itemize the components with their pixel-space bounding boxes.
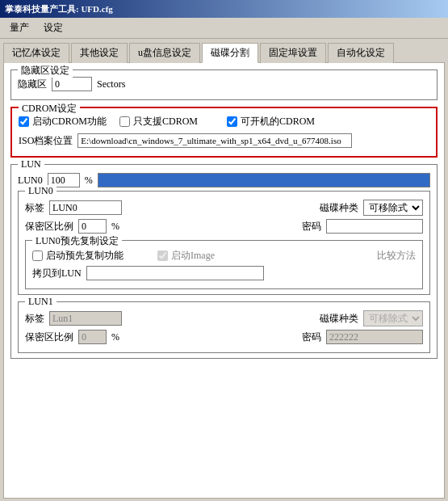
lun0-progress-bar <box>98 173 430 187</box>
cdrom-checkboxes-row: 启动CDROM功能 只支援CDROM 可开机的CDROM <box>19 115 429 128</box>
cdrom-enable-checkbox[interactable] <box>19 116 29 127</box>
cdrom-bootable-text: 可开机的CDROM <box>241 115 315 128</box>
lun0-tag-row: 标签 磁碟种类 可移除式 固定式 <box>25 200 423 216</box>
tab-other[interactable]: 其他设定 <box>71 43 128 63</box>
lun0-copy-input[interactable] <box>86 266 264 280</box>
lun0-tag-label: 标签 <box>25 201 44 215</box>
lun0-preset-group: LUN0预先复制设定 启动预先复制功能 启动Image 比较方法 拷贝到LUN <box>25 240 423 289</box>
lun0-inner-group: LUN0 标签 磁碟种类 可移除式 固定式 保密区比例 % 密码 <box>18 191 430 295</box>
lun0-disktype-label: 磁碟种类 <box>320 201 358 215</box>
hidden-area-label: 隐藏区 <box>18 78 47 91</box>
lun0-percent-row: LUN0 % <box>18 173 430 187</box>
lun0-encrypt-percent: % <box>111 221 119 233</box>
cdrom-bootable-label[interactable]: 可开机的CDROM <box>227 115 315 128</box>
lun1-encrypt-label: 保密区比例 <box>25 330 73 344</box>
hidden-area-row: 隐藏区 Sectors <box>18 77 430 91</box>
menu-produce[interactable]: 量产 <box>3 19 36 36</box>
cdrom-bootable-checkbox[interactable] <box>227 116 237 127</box>
title-bar: 掌泰科技量产工具: UFD.cfg <box>0 0 448 18</box>
lun0-image-label: 启动Image <box>157 249 215 263</box>
menu-settings[interactable]: 设定 <box>37 19 69 36</box>
hidden-area-input[interactable] <box>52 77 92 91</box>
lun1-tag-input <box>49 311 122 326</box>
lun0-encrypt-label: 保密区比例 <box>25 220 73 234</box>
lun1-inner-title: LUN1 <box>25 296 57 308</box>
hidden-area-unit: Sectors <box>97 78 125 91</box>
cdrom-enable-label[interactable]: 启动CDROM功能 <box>19 115 107 128</box>
hidden-area-title: 隐藏区设定 <box>18 64 73 78</box>
lun0-progress-fill <box>98 174 429 187</box>
lun1-password-label: 密码 <box>302 330 321 344</box>
lun0-preset-title: LUN0预先复制设定 <box>32 234 122 248</box>
cdrom-only-checkbox[interactable] <box>119 116 130 127</box>
lun1-encrypt-percent: % <box>111 331 119 343</box>
lun1-tag-row: 标签 磁碟种类 可移除式 <box>25 310 423 326</box>
main-content: 隐藏区设定 隐藏区 Sectors CDROM设定 启动CDROM功能 只支援C… <box>3 62 445 499</box>
tab-partition[interactable]: 磁碟分割 <box>202 43 258 63</box>
cdrom-group: CDROM设定 启动CDROM功能 只支援CDROM 可开机的CDROM ISO… <box>10 107 438 158</box>
cdrom-only-label[interactable]: 只支援CDROM <box>119 115 198 128</box>
tab-bar: 记忆体设定 其他设定 u盘信息设定 磁碟分割 固定埠设置 自动化设定 <box>0 39 448 62</box>
iso-path-label: ISO档案位置 <box>19 134 73 148</box>
lun0-preset-checkboxes: 启动预先复制功能 启动Image 比较方法 <box>32 249 416 263</box>
cdrom-only-text: 只支援CDROM <box>133 115 198 128</box>
lun1-disktype-label: 磁碟种类 <box>320 312 358 326</box>
lun0-password-input[interactable] <box>326 219 423 234</box>
lun0-password-label: 密码 <box>302 220 321 234</box>
tab-fixed-port[interactable]: 固定埠设置 <box>260 43 326 63</box>
lun1-password-input <box>326 330 423 344</box>
cdrom-enable-text: 启动CDROM功能 <box>32 115 107 128</box>
tab-memory[interactable]: 记忆体设定 <box>3 43 69 63</box>
lun0-percent-sign: % <box>85 175 93 187</box>
lun0-inner-title: LUN0 <box>25 185 57 197</box>
lun0-encrypt-row: 保密区比例 % 密码 <box>25 219 423 234</box>
lun1-disktype-select: 可移除式 <box>363 310 423 326</box>
lun0-preset-enable-text: 启动预先复制功能 <box>46 249 124 263</box>
lun0-disktype-select[interactable]: 可移除式 固定式 <box>363 200 423 216</box>
iso-path-input[interactable] <box>77 133 352 148</box>
lun0-image-text: 启动Image <box>171 249 215 263</box>
lun0-copy-label: 拷贝到LUN <box>32 267 82 280</box>
lun0-preset-enable-checkbox[interactable] <box>32 250 43 261</box>
lun0-compare-label: 比较方法 <box>377 249 416 263</box>
title-text: 掌泰科技量产工具: UFD.cfg <box>5 3 113 15</box>
tab-udisk[interactable]: u盘信息设定 <box>129 43 200 63</box>
lun-section: LUN LUN0 % LUN0 标签 磁碟种类 可移除式 固定式 <box>10 164 438 359</box>
lun1-encrypt-row: 保密区比例 % 密码 <box>25 330 423 344</box>
tab-auto[interactable]: 自动化设定 <box>328 43 394 63</box>
iso-path-row: ISO档案位置 <box>19 133 429 148</box>
lun1-tag-label: 标签 <box>25 312 44 326</box>
lun0-image-checkbox <box>157 250 168 261</box>
lun0-preset-enable-label[interactable]: 启动预先复制功能 <box>32 249 124 263</box>
lun0-copy-row: 拷贝到LUN <box>32 266 416 280</box>
cdrom-title: CDROM设定 <box>19 102 80 116</box>
lun-section-title: LUN <box>18 158 44 171</box>
lun1-encrypt-input <box>78 330 107 344</box>
hidden-area-group: 隐藏区设定 隐藏区 Sectors <box>10 69 438 100</box>
lun0-encrypt-input[interactable] <box>78 219 107 234</box>
lun0-tag-input[interactable] <box>49 200 122 215</box>
menu-bar: 量产 设定 <box>0 18 448 39</box>
lun1-inner-group: LUN1 标签 磁碟种类 可移除式 保密区比例 % 密码 <box>18 301 430 353</box>
